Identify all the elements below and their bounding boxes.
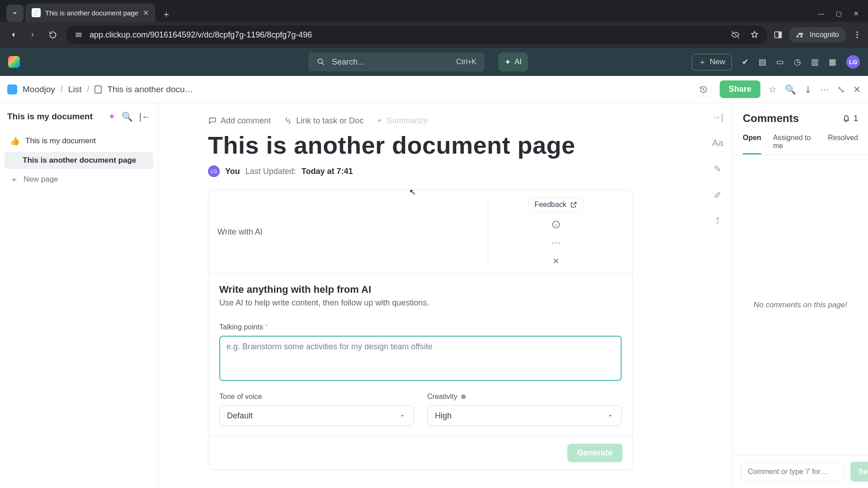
clickup-logo-icon[interactable]: [8, 56, 20, 68]
close-doc-icon[interactable]: ✕: [853, 84, 861, 95]
comment-input[interactable]: [741, 462, 845, 482]
expand-rail-icon[interactable]: →|: [712, 112, 723, 122]
site-settings-icon[interactable]: [74, 30, 83, 39]
sidebar-search-icon[interactable]: 🔍: [122, 111, 133, 122]
add-comment-action[interactable]: Add comment: [208, 116, 271, 126]
link-action[interactable]: Link to task or Doc: [283, 116, 363, 126]
creativity-select[interactable]: High: [427, 405, 622, 426]
feedback-label: Feedback: [534, 201, 566, 209]
svg-point-4: [856, 37, 858, 38]
doc-title[interactable]: This is another document page: [208, 131, 674, 159]
browser-chrome: 📄 This is another document page ✕ ＋ — ▢ …: [0, 0, 868, 48]
tone-select[interactable]: Default: [219, 405, 414, 426]
global-search[interactable]: Search... Ctrl+K: [308, 52, 485, 71]
breadcrumb-list[interactable]: List: [68, 84, 82, 94]
ai-body-subtitle: Use AI to help write content, then follo…: [219, 298, 622, 308]
last-updated-label: Last Updated:: [245, 167, 296, 176]
new-button[interactable]: ＋ New: [692, 54, 732, 70]
ai-more-icon[interactable]: ⋯: [552, 237, 561, 248]
sidebar-header: This is my document ✦ 🔍 |←: [5, 111, 153, 122]
talking-points-input[interactable]: [219, 336, 622, 381]
breadcrumb-doc[interactable]: This is another docu…: [107, 84, 193, 94]
clipboard-icon[interactable]: ▤: [759, 57, 766, 67]
sidebar-collapse-icon[interactable]: |←: [139, 112, 151, 122]
star-icon[interactable]: ☆: [769, 84, 777, 95]
search-doc-icon[interactable]: 🔍: [785, 84, 796, 95]
ai-sparkle-icon[interactable]: ✦: [108, 112, 115, 122]
forward-button[interactable]: [26, 28, 40, 42]
info-icon[interactable]: [552, 220, 561, 229]
ruler-icon[interactable]: ✐: [714, 190, 722, 201]
comment-composer: Send: [733, 455, 868, 488]
tree-item-label: This is another document page: [23, 156, 136, 165]
arrow-right-icon: [28, 30, 38, 39]
tab-assigned[interactable]: Assigned to me: [773, 129, 816, 155]
side-panel-icon[interactable]: [774, 30, 783, 39]
close-window-icon[interactable]: ✕: [854, 10, 859, 17]
more-icon[interactable]: ⋯: [820, 84, 829, 95]
comments-title: Comments: [743, 112, 837, 125]
kebab-icon[interactable]: [853, 30, 862, 39]
bell-icon: [842, 114, 851, 123]
reload-button[interactable]: [46, 28, 60, 42]
arrow-left-icon: [9, 30, 18, 39]
stopwatch-icon[interactable]: ◷: [794, 57, 801, 67]
tone-value: Default: [227, 411, 253, 421]
comments-notify-button[interactable]: 1: [842, 114, 858, 123]
upload-icon[interactable]: ⤴: [715, 216, 720, 226]
tab-open[interactable]: Open: [743, 129, 761, 155]
check-circle-icon[interactable]: ✔: [742, 57, 749, 67]
video-icon[interactable]: ▭: [776, 57, 784, 67]
chevron-down-icon: [607, 412, 614, 419]
apps-grid-icon[interactable]: ▦: [829, 57, 836, 67]
tab-search-button[interactable]: [6, 5, 24, 22]
summarize-action[interactable]: ✦ Summarize: [376, 116, 428, 126]
workspace-color-icon: [7, 84, 17, 94]
browser-tab[interactable]: 📄 This is another document page ✕: [25, 4, 155, 22]
creativity-label-text: Creativity: [427, 393, 458, 401]
tree-item-current[interactable]: This is another document page: [5, 152, 153, 169]
bookmark-star-icon[interactable]: [750, 30, 759, 39]
user-avatar[interactable]: LG: [846, 55, 860, 69]
new-label: New: [710, 57, 725, 66]
eye-off-icon[interactable]: [731, 30, 740, 39]
ai-pill-label: AI: [514, 57, 522, 66]
magic-wand-icon[interactable]: ✎: [714, 164, 722, 174]
breadcrumb-separator: /: [61, 84, 63, 94]
svg-point-3: [856, 34, 858, 35]
maximize-icon[interactable]: ▢: [836, 10, 842, 17]
share-button[interactable]: Share: [720, 80, 760, 98]
close-tab-icon[interactable]: ✕: [143, 9, 149, 17]
search-shortcut: Ctrl+K: [456, 58, 476, 66]
new-page-button[interactable]: ＋ New page: [5, 171, 153, 188]
feedback-button[interactable]: Feedback: [528, 197, 583, 212]
ai-writer-card: Write with AI Feedback ⋯ ✕ Write anythin…: [208, 190, 633, 470]
notepad-icon[interactable]: ▥: [811, 57, 819, 67]
incognito-badge[interactable]: Incognito: [789, 27, 846, 42]
ai-pill-button[interactable]: ✦ AI: [498, 52, 528, 71]
url-box[interactable]: app.clickup.com/9016164592/v/dc/8cpfg7g-…: [66, 25, 767, 44]
back-button[interactable]: [6, 28, 20, 42]
browser-tab-title: This is another document page: [45, 9, 138, 17]
history-button[interactable]: [695, 81, 712, 98]
app-top-right: ＋ New ✔ ▤ ▭ ◷ ▥ ▦ LG: [692, 54, 860, 70]
generate-button[interactable]: Generate: [567, 444, 623, 462]
breadcrumb-workspace[interactable]: Moodjoy: [23, 84, 55, 94]
incognito-icon: [796, 30, 805, 39]
download-icon[interactable]: ⤓: [804, 84, 812, 95]
ai-card-title: Write with AI: [217, 227, 263, 237]
doc-canvas: Add comment Link to task or Doc ✦ Summar…: [158, 103, 732, 488]
text-style-icon[interactable]: Aa: [712, 138, 723, 148]
send-comment-button[interactable]: Send: [850, 462, 868, 482]
tone-label: Tone of voice: [219, 393, 414, 401]
doc-sidebar: This is my document ✦ 🔍 |← 👍 This is my …: [0, 103, 158, 488]
tree-item-root[interactable]: 👍 This is my document: [5, 132, 153, 150]
info-small-icon[interactable]: [460, 394, 467, 400]
ai-close-icon[interactable]: ✕: [552, 256, 559, 266]
new-tab-button[interactable]: ＋: [159, 6, 174, 22]
tab-resolved[interactable]: Resolved: [828, 129, 858, 155]
minimize-icon[interactable]: —: [818, 10, 824, 17]
author-avatar[interactable]: LG: [208, 165, 220, 177]
collapse-icon[interactable]: ⤡: [837, 84, 845, 95]
comments-count: 1: [854, 114, 858, 123]
